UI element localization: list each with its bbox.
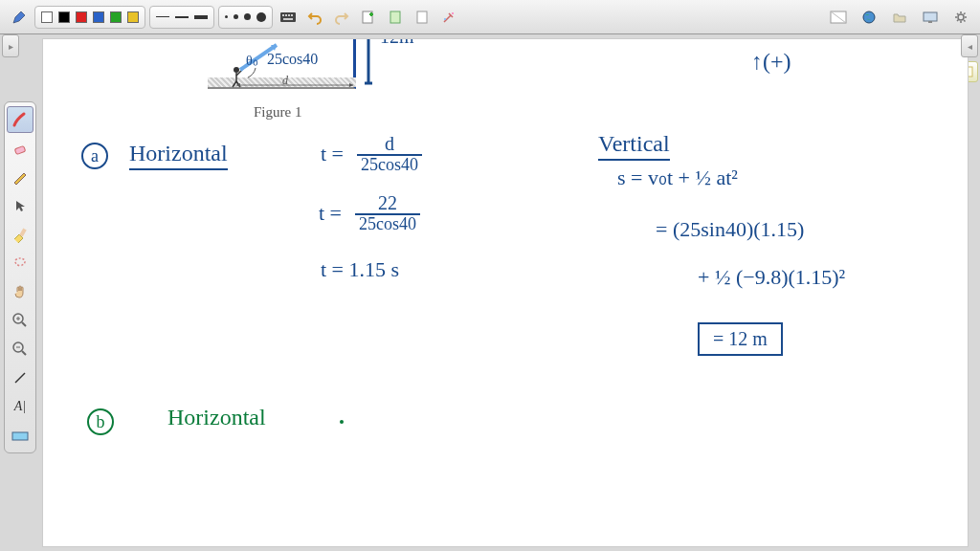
svg-line-27 (15, 373, 25, 383)
swatch-black[interactable] (58, 11, 70, 23)
svg-point-13 (863, 11, 875, 23)
part-b-horizontal-heading: Horizontal (167, 405, 266, 430)
line-tool[interactable] (7, 364, 33, 391)
swatch-blue[interactable] (93, 11, 104, 23)
dot-xs[interactable] (225, 15, 228, 18)
angle-label: θ₀ (246, 53, 258, 69)
eq1-den: 25cos40 (357, 156, 422, 175)
eq-vert-line2: = (25sin40)(1.15) (656, 217, 804, 242)
top-toolbar (0, 0, 980, 34)
swatch-yellow[interactable] (127, 11, 139, 23)
color-swatch-group (34, 6, 145, 29)
eq-kinematic: s = v₀t + ½ at² (617, 165, 738, 190)
svg-rect-5 (283, 18, 293, 20)
eraser-tool[interactable] (7, 135, 33, 162)
keyboard-icon[interactable] (277, 6, 300, 29)
brush-tool[interactable] (7, 106, 33, 133)
monitor-icon[interactable] (919, 6, 942, 29)
whiteboard-canvas[interactable]: θ₀ 25cos40 d 12m Figure 1 ↑(+) a Horizon… (42, 38, 969, 547)
svg-rect-18 (14, 145, 25, 154)
eq-vert-line3: + ½ (−9.8)(1.15)² (698, 265, 845, 290)
width-med[interactable] (175, 16, 189, 18)
svg-rect-15 (928, 21, 932, 23)
height-label: 12m (380, 38, 414, 48)
swatch-white[interactable] (41, 11, 53, 23)
toolbar-right-cluster (827, 6, 972, 29)
pan-hand-tool[interactable] (7, 278, 33, 305)
boxed-result: = 12 m (698, 322, 783, 356)
toolbar-left-cluster (8, 6, 460, 29)
part-a-marker: a (81, 143, 108, 169)
eq2-den: 25cos40 (355, 215, 420, 234)
pen-icon[interactable] (8, 6, 31, 29)
zoom-out-tool[interactable] (7, 336, 33, 363)
svg-rect-3 (288, 14, 290, 16)
dot-md[interactable] (244, 13, 251, 20)
new-page-icon[interactable] (357, 6, 380, 29)
eq2-num: 22 (374, 192, 401, 213)
redo-icon[interactable] (330, 6, 353, 29)
right-drawer-handle[interactable]: ◂ (961, 34, 978, 57)
width-thick[interactable] (194, 15, 208, 19)
line-width-group (149, 6, 214, 29)
width-thin[interactable] (156, 16, 169, 17)
horiz-component-label: 25cos40 (267, 51, 318, 68)
dot-lg[interactable] (256, 12, 266, 22)
left-drawer-handle[interactable]: ▸ (2, 34, 19, 57)
eq-t-22: t = 22 25cos40 (319, 192, 420, 234)
eq-t-d: t = d 25cos40 (321, 133, 422, 175)
eq1-num: d (381, 133, 398, 154)
undo-icon[interactable] (303, 6, 326, 29)
pencil-tool[interactable] (7, 164, 33, 190)
toggle-panel-icon[interactable] (827, 6, 850, 29)
svg-point-29 (234, 67, 239, 73)
zoom-in-tool[interactable] (7, 307, 33, 334)
pointer-tool[interactable] (7, 192, 33, 219)
svg-rect-28 (12, 432, 28, 440)
eq-t-result: t = 1.15 s (321, 257, 399, 282)
globe-icon[interactable] (858, 6, 880, 29)
svg-point-16 (958, 14, 964, 20)
svg-line-31 (233, 81, 236, 87)
distance-d-label: d (282, 74, 288, 88)
figure-caption: Figure 1 (254, 104, 301, 121)
vertical-heading: Vertical (598, 131, 670, 161)
magic-icon[interactable] (437, 6, 460, 29)
page-blank-icon[interactable] (411, 6, 434, 29)
svg-point-9 (452, 12, 454, 14)
svg-rect-8 (417, 11, 427, 23)
pen-cursor-dot (340, 420, 344, 424)
svg-point-10 (444, 18, 446, 20)
text-tool[interactable]: A| (7, 393, 33, 420)
eq2-lhs: t = (319, 201, 342, 226)
svg-line-25 (22, 351, 26, 355)
swatch-red[interactable] (76, 11, 87, 23)
dot-sm[interactable] (234, 14, 238, 19)
svg-rect-7 (390, 11, 400, 23)
part-b-marker: b (87, 408, 114, 435)
folder-icon[interactable] (888, 6, 911, 29)
highlight-tool[interactable] (7, 221, 33, 248)
workspace: A| (0, 34, 980, 551)
svg-rect-1 (282, 14, 284, 16)
positive-direction-label: ↑(+) (751, 49, 791, 75)
svg-rect-4 (291, 14, 293, 16)
swatch-green[interactable] (110, 11, 122, 23)
settings-gear-icon[interactable] (949, 6, 972, 29)
dot-size-group (218, 6, 273, 29)
tool-palette: A| (4, 101, 36, 453)
eq1-lhs: t = (321, 142, 344, 166)
svg-rect-0 (280, 12, 296, 22)
svg-rect-2 (285, 14, 287, 16)
height-bracket (361, 38, 380, 89)
svg-line-21 (22, 322, 26, 326)
svg-marker-38 (349, 83, 353, 87)
horizontal-heading: Horizontal (129, 141, 228, 170)
figure-diagram: θ₀ 25cos40 d 12m (208, 38, 399, 104)
svg-rect-14 (924, 12, 937, 21)
shape-tool[interactable] (7, 422, 33, 449)
lasso-tool[interactable] (7, 250, 33, 276)
page-green-icon[interactable] (384, 6, 407, 29)
